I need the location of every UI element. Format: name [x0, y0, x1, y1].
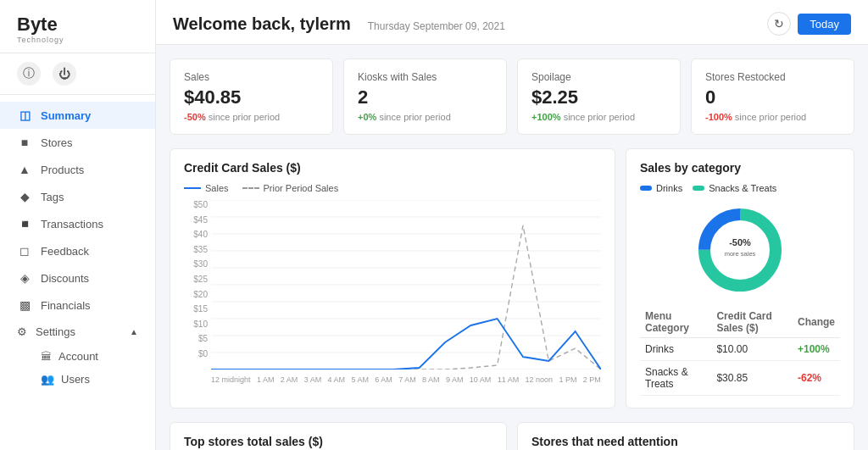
page-title: Welcome back, tylerm [173, 14, 351, 34]
settings-label: Settings [36, 325, 75, 338]
kpi-pct: -100% [705, 112, 732, 122]
category-chart-title: Sales by category [640, 161, 840, 175]
col-header-sales: Credit Card Sales ($) [711, 307, 793, 338]
sidebar-item-feedback[interactable]: ◻ Feedback [0, 237, 155, 264]
table-row: Drinks $10.00 +100% [640, 338, 840, 361]
products-icon: ▲ [17, 163, 32, 176]
sidebar-item-account[interactable]: 🏛 Account [41, 345, 155, 368]
sidebar-item-stores[interactable]: ■ Stores [0, 129, 155, 156]
sidebar: Byte Technology ⓘ ⏻ ◫ Summary ■ Stores ▲… [0, 0, 156, 450]
sidebar-item-summary[interactable]: ◫ Summary [0, 102, 155, 129]
kpi-pct: +0% [358, 112, 376, 122]
main-content: Welcome back, tylerm Thursday September … [156, 0, 868, 450]
col-header-change: Change [793, 307, 840, 338]
donut-legend: Drinks Snacks & Treats [640, 183, 840, 193]
attention-stores-card: Stores that need attention [517, 422, 854, 450]
row-sales: $10.00 [711, 338, 793, 361]
sales-by-category-chart: Sales by category Drinks Snacks & Treats [626, 148, 854, 408]
snacks-legend-dot [693, 186, 704, 191]
sidebar-item-label: Transactions [41, 218, 103, 231]
donut-svg: -50% more sales [693, 203, 787, 297]
kpi-card-spoilage: Spoilage $2.25 +100% since prior period [517, 58, 681, 135]
sidebar-item-products[interactable]: ▲ Products [0, 156, 155, 183]
col-header-category: Menu Category [640, 307, 711, 338]
kpi-card-restocked: Stores Restocked 0 -100% since prior per… [691, 58, 854, 135]
legend-snacks: Snacks & Treats [693, 183, 776, 193]
page-header: Welcome back, tylerm Thursday September … [156, 0, 868, 45]
kpi-value: $2.25 [531, 86, 666, 108]
legend-sales: Sales [184, 183, 229, 193]
users-icon: 👥 [41, 373, 54, 386]
kpi-change: +0% since prior period [358, 112, 492, 122]
kpi-value: $40.85 [184, 86, 319, 108]
power-icon[interactable]: ⏻ [53, 62, 76, 86]
dashboard-content: Sales $40.85 -50% since prior period Kio… [156, 45, 868, 450]
settings-submenu: 🏛 Account 👥 Users [0, 345, 155, 391]
today-button[interactable]: Today [798, 14, 851, 35]
kpi-label: Spoilage [531, 71, 666, 83]
sidebar-item-label: Stores [41, 136, 73, 149]
row-category: Drinks [640, 338, 711, 361]
sidebar-item-label: Feedback [41, 245, 89, 258]
bottom-cards-row: Top stores total sales ($) Stores that n… [170, 422, 854, 450]
kpi-value: 0 [705, 86, 840, 108]
logo-area: Byte Technology [0, 0, 155, 53]
tags-icon: ◆ [17, 190, 32, 203]
kpi-card-sales: Sales $40.85 -50% since prior period [170, 58, 333, 135]
users-label: Users [61, 373, 90, 386]
sidebar-item-users[interactable]: 👥 Users [41, 368, 155, 391]
refresh-button[interactable]: ↻ [767, 12, 791, 36]
sidebar-item-label: Financials [41, 299, 91, 312]
table-row: Snacks & Treats $30.85 -62% [640, 361, 840, 396]
sidebar-item-discounts[interactable]: ◈ Discounts [0, 264, 155, 292]
discounts-icon: ◈ [17, 271, 32, 285]
charts-row: Credit Card Sales ($) Sales Prior Period… [170, 148, 854, 408]
kpi-change: -100% since prior period [705, 112, 840, 122]
top-stores-card: Top stores total sales ($) [170, 422, 507, 450]
profile-icon[interactable]: ⓘ [17, 62, 41, 86]
top-stores-title: Top stores total sales ($) [184, 435, 492, 448]
kpi-card-kiosks: Kiosks with Sales 2 +0% since prior peri… [343, 58, 507, 135]
chart-area [211, 200, 601, 372]
row-change: -62% [793, 361, 840, 396]
stores-icon: ■ [17, 136, 32, 149]
prior-line-indicator [242, 187, 259, 189]
financials-icon: ▩ [17, 298, 32, 312]
legend-prior: Prior Period Sales [242, 183, 339, 193]
sidebar-item-financials[interactable]: ▩ Financials [0, 292, 155, 319]
drinks-legend-dot [640, 186, 652, 191]
attention-stores-title: Stores that need attention [531, 435, 840, 448]
snacks-legend-label: Snacks & Treats [709, 183, 776, 193]
kpi-since: since prior period [564, 112, 635, 122]
category-table: Menu Category Credit Card Sales ($) Chan… [640, 307, 840, 396]
kpi-value: 2 [358, 86, 492, 108]
sidebar-item-label: Discounts [41, 272, 89, 285]
sidebar-item-transactions[interactable]: ◾ Transactions [0, 210, 155, 237]
svg-text:more sales: more sales [725, 250, 756, 258]
settings-icon: ⚙ [17, 325, 27, 338]
sidebar-item-label: Summary [41, 109, 91, 122]
sales-line-indicator [184, 187, 201, 189]
logo-text: Byte [17, 14, 138, 36]
kpi-label: Stores Restocked [705, 71, 840, 83]
legend-prior-label: Prior Period Sales [264, 183, 339, 193]
sidebar-item-label: Products [41, 164, 84, 176]
legend-sales-label: Sales [205, 183, 229, 193]
sidebar-item-tags[interactable]: ◆ Tags [0, 183, 155, 210]
svg-text:-50%: -50% [729, 237, 751, 247]
kpi-change: +100% since prior period [531, 112, 666, 122]
transactions-icon: ◾ [17, 217, 32, 231]
y-axis: $50 $45 $40 $35 $30 $25 $20 $15 $10 $5 $… [184, 200, 208, 358]
kpi-pct: +100% [531, 112, 561, 122]
line-chart-wrap: $50 $45 $40 $35 $30 $25 $20 $15 $10 $5 $… [184, 200, 601, 384]
header-date: Thursday September 09, 2021 [368, 20, 505, 32]
account-icon: 🏛 [41, 350, 52, 363]
header-actions: ↻ Today [767, 12, 851, 36]
sidebar-item-settings[interactable]: ⚙ Settings ▲ [0, 319, 155, 345]
row-sales: $30.85 [711, 361, 793, 396]
kpi-label: Kiosks with Sales [358, 71, 492, 83]
drinks-legend-label: Drinks [656, 183, 682, 193]
settings-chevron-icon: ▲ [130, 327, 138, 336]
summary-icon: ◫ [17, 108, 32, 122]
row-change: +100% [793, 338, 840, 361]
